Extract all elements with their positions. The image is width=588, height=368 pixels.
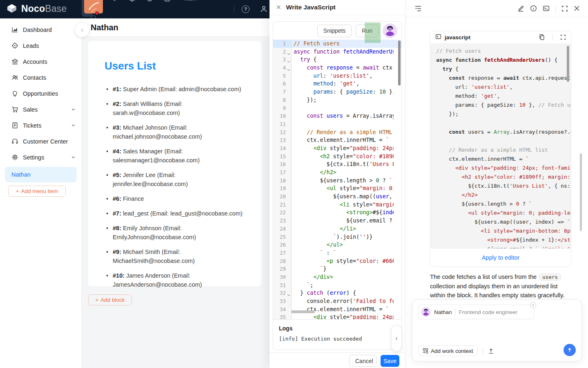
editor-line[interactable]: 24 </li> [273,225,401,233]
editor-line[interactable]: 4 const response = await ctx.api.request… [273,64,401,72]
code-text: <div style="padding: 24px; font-family: … [292,144,394,153]
send-button[interactable] [564,344,576,356]
editor-line[interactable]: 17 </h2> [273,168,401,177]
line-number: 32 [273,289,292,297]
editor-line[interactable]: 35 <div style="padding: 24px;" [273,313,401,319]
ai-agent-avatar[interactable] [383,23,397,38]
editor-line[interactable]: 11 [273,120,401,128]
upload-icon[interactable] [488,348,494,354]
editor-line[interactable]: 3 try { [273,56,401,64]
add-menu-item-button[interactable]: + Add menu item [8,186,66,197]
edit-icon[interactable] [517,5,524,12]
apply-to-editor-link[interactable]: Apply to editor [482,254,520,261]
gear-icon[interactable] [111,0,118,2]
assistant-code-body[interactable]: // Fetch usersasync function fetchAndRen… [430,43,571,249]
clock-icon[interactable] [146,0,153,2]
user-list-item: #6: Finance [113,194,247,203]
sidebar-item-settings[interactable]: Settings [0,149,81,165]
users-list: #1: Super Admin (Email: admin@nocobase.c… [113,85,247,289]
fullscreen-icon[interactable] [561,5,568,12]
line-number: 6 [273,80,292,88]
editor-line[interactable]: 25 `).join('')} [273,233,401,241]
editor-line[interactable]: 31 `; [273,281,401,289]
sidebar-item-contacts[interactable]: Contacts [0,70,81,85]
editor-line[interactable]: 22 <strong>#${index + 1}:</strong> ${use… [273,209,401,217]
editor-line[interactable]: 7 params: { pageSize: 10 }, // Fetch up … [273,88,401,96]
editor-line[interactable]: 1// Fetch users [273,40,401,48]
chat-input-card[interactable]: Nathan Frontend code engineer × Add work… [412,299,582,361]
logs-collapse-handle[interactable]: ‹ [391,325,402,351]
editor-line[interactable]: 12 // Render as a simple HTML list [273,128,401,137]
code-text: <ul style="margin: 0; padding-left: 20px… [292,184,394,193]
sidebar-item-label: Customer Center [23,138,76,145]
nocobase-logo[interactable]: NocoBase [6,3,67,14]
panel-scrollbar[interactable] [580,153,582,231]
editor-line[interactable]: 18 ${users.length > 0 ? ` [273,177,401,185]
add-block-button[interactable]: + Add block [88,294,132,305]
code-text: ${ctx.i18n.t('Users List', { ns: 'client… [292,160,394,168]
editor-line[interactable]: 30 </div> [273,273,401,281]
close-icon[interactable]: ✕ [276,4,281,11]
calendar-icon[interactable] [164,0,171,2]
sidebar-item-leads[interactable]: Leads [0,38,81,54]
assistant-code-card: javascript // Fetch usersasync function … [430,31,571,267]
editor-line[interactable]: 27 ` : ` [273,249,401,257]
sidebar-collapse-button[interactable]: ‹ [75,22,89,37]
assistant-code-line: // Render as a simple HTML list [436,146,571,155]
help-icon[interactable]: ? [242,5,249,13]
editor-line[interactable]: 9 [273,104,401,112]
sidebar-item-nathan[interactable]: Nathan [5,167,77,182]
line-number: 25 [273,233,292,241]
add-work-context-button[interactable]: Add work context [418,346,478,356]
info-icon[interactable] [530,5,537,12]
editor-line[interactable]: 33 console.error('Failed to fetch users:… [273,297,401,305]
sidebar-item-opportunities[interactable]: Opportunities [0,85,81,101]
editor-lines[interactable]: 1// Fetch users2async function fetchAndR… [273,40,401,319]
editor-line[interactable]: 6 method: 'get', [273,80,401,88]
editor-line[interactable]: 23 ${user.email ? ` (Email: ${user.email… [273,217,401,225]
terminal-icon[interactable] [543,5,550,12]
editor-line[interactable]: 2async function fetchAndRenderUsers() { [273,48,401,56]
cancel-button[interactable]: Cancel [349,355,376,367]
editor-line[interactable]: 13 ctx.element.innerHTML = ` [273,136,401,144]
assistant-code-line: // Fetch users [436,47,571,56]
editor-line[interactable]: 28 <p style="color: #666;">No users foun… [273,257,401,265]
ai-employee-avatar[interactable] [84,0,103,13]
editor-line[interactable]: 19 <ul style="margin: 0; padding-left: 2… [273,184,401,193]
editor-line[interactable]: 14 <div style="padding: 24px; font-famil… [273,144,401,153]
editor-line[interactable]: 5 url: 'users:list', [273,72,401,80]
bell-icon[interactable] [129,0,136,2]
expand-icon[interactable] [560,34,566,40]
dismiss-chip-icon[interactable]: × [530,302,536,308]
code-scrollbar[interactable] [567,46,569,82]
editor-vscrollbar[interactable] [398,40,401,85]
save-button[interactable]: Save [381,355,399,367]
editor-line[interactable]: 16 ${ctx.i18n.t('Users List', { ns: 'cli… [273,160,401,168]
editor-line[interactable]: 21 <li style="margin-bottom: 8px;"> [273,201,401,209]
sidebar-item-dashboard[interactable]: Dashboard [0,22,81,38]
agent-context-chip[interactable]: Nathan Frontend code engineer × [418,305,534,319]
user-icon[interactable] [260,5,268,15]
editor-line[interactable]: 32 } catch (error) { [273,289,401,297]
run-button[interactable]: Run [356,25,379,37]
logo-text: NocoBase [21,3,67,14]
code-text [292,104,394,112]
editor-line[interactable]: 26 </ul> [273,241,401,249]
conversation-list-icon[interactable] [414,5,422,13]
editor-line[interactable]: 20 ${users.map((user, index) => ` [273,193,401,201]
sidebar-item-accounts[interactable]: Accounts [0,54,81,70]
sidebar-item-sales[interactable]: Sales [0,101,81,117]
editor-line[interactable]: 15 <h2 style="color: #1890ff; margin: 0 … [273,153,401,161]
sidebar-item-label: Opportunities [23,90,76,97]
drawer-header: ✕ Write JavaScript [270,0,405,15]
snippets-button[interactable]: Snippets [317,25,352,37]
sidebar-item-customer-center[interactable]: Customer Center [0,133,81,149]
sidebar-item-tickets[interactable]: Tickets [0,117,81,133]
editor-line[interactable]: 29 `} [273,265,401,273]
editor-line[interactable]: 10 const users = Array.isArray(response?… [273,112,401,120]
close-icon[interactable] [574,5,580,11]
team-dropdown[interactable]: Team [183,0,203,2]
editor-line[interactable]: 8 }); [273,96,401,104]
write-javascript-drawer: ✕ Write JavaScript Snippets Run 1// Fetc… [270,0,405,368]
copy-icon[interactable] [539,34,545,40]
